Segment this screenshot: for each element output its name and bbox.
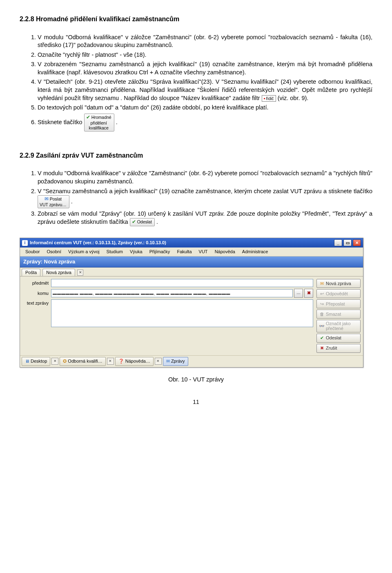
minimize-button[interactable]: _ xyxy=(334,239,342,246)
label-komu: komu xyxy=(22,290,51,297)
textarea-message[interactable] xyxy=(51,299,313,327)
btn-preposlat[interactable]: ↪Přeposlat xyxy=(316,299,361,308)
menu-osobni[interactable]: Osobní xyxy=(44,248,64,255)
menu-fakulta[interactable]: Fakulta xyxy=(174,248,194,255)
figure-caption: Obr. 10 - VUT zprávy xyxy=(20,376,372,384)
submit-send-button[interactable]: ✔Odeslat xyxy=(130,218,155,226)
task-napoveda[interactable]: ❓Nápověda… xyxy=(115,357,154,366)
task-close-2[interactable]: ✕ xyxy=(107,358,114,365)
filter-chip-label: řidič xyxy=(266,96,274,101)
menu-administrace[interactable]: Administrace xyxy=(239,248,271,255)
taskbar: 🖥Desktop ✕ ✪Odborná kvalifi… ✕ ❓Nápověda… xyxy=(20,355,363,367)
input-predmet[interactable] xyxy=(51,279,313,287)
screenshot-vut-zpravy: i Informační centrum VUT (ver.: 0.10.13.… xyxy=(20,238,363,367)
btn-odeslat[interactable]: ✔Odeslat xyxy=(316,334,361,343)
app-icon: i xyxy=(22,240,28,246)
step-229-3a: Zobrazí se vám modul "Zprávy" (obr. 10) … xyxy=(38,210,372,225)
btn-zrusit[interactable]: ✖Zrušit xyxy=(316,344,361,353)
tab-close-button[interactable]: ✕ xyxy=(77,270,83,276)
check-icon: ✔ xyxy=(132,219,136,225)
trash-icon: 🗑 xyxy=(319,311,325,317)
step-228-6b: . xyxy=(116,119,118,125)
send-vut-msg-button[interactable]: ✉Poslat VUT zprávu… xyxy=(38,195,69,208)
row-predmet: předmět xyxy=(22,279,313,287)
menubar: Soubor Osobní Výzkum a vývoj Studium Výu… xyxy=(20,247,363,256)
page-number: 11 xyxy=(20,398,372,406)
btn-nova-zprava[interactable]: ✉Nová zpráva xyxy=(316,279,361,288)
step-228-6: Stisknete tlačítko ✔Hromadné přidělení k… xyxy=(38,114,372,132)
step-228-4: V "Detailech" (obr. 9-21) otevřete zálož… xyxy=(38,78,372,102)
section-heading-228: 2.2.8 Hromadné přidělení kvalifikací zam… xyxy=(20,15,372,24)
step-228-1: V modulu "Odborná kvalifikace" v záložce… xyxy=(38,33,372,49)
cancel-icon: ✖ xyxy=(319,345,325,351)
steps-228: V modulu "Odborná kvalifikace" v záložce… xyxy=(20,33,372,132)
step-228-3: V zobrazeném "Seznamu zaměstnanců a jeji… xyxy=(38,60,372,76)
step-228-4b: (viz. obr. 9). xyxy=(278,95,309,101)
menu-studium[interactable]: Studium xyxy=(104,248,126,255)
menu-prijimacky[interactable]: Přijímačky xyxy=(147,248,173,255)
clear-recipients-button[interactable]: ✖ xyxy=(304,289,313,298)
mail-icon: ✉ xyxy=(166,358,170,364)
step-229-2a: V "Seznamu zaměstnanců a jejich kvalifik… xyxy=(38,188,372,194)
module-header: Zprávy: Nová zpráva xyxy=(20,256,363,268)
step-228-5: Do textových polí "datum od" a "datum do… xyxy=(38,104,372,112)
section-heading-229: 2.2.9 Zasílání zpráv VUT zaměstnancům xyxy=(20,151,372,160)
filter-chip-ridic: •řidič xyxy=(262,95,276,102)
task-zpravy[interactable]: ✉Zprávy xyxy=(163,357,188,366)
btn-odpovedet[interactable]: ↩Odpovědět xyxy=(316,289,361,298)
form-area: předmět komu ▬▬▬▬▬▬ ▬▬▬, ▬▬▬▬ ▬▬▬▬▬▬ ▬▬▬… xyxy=(20,276,363,355)
step-228-6a: Stisknete tlačítko xyxy=(38,119,84,125)
input-komu[interactable]: ▬▬▬▬▬▬ ▬▬▬, ▬▬▬▬ ▬▬▬▬▬▬ ▬▬▬, ▬▬▬ ▬▬▬▬▬ ▬… xyxy=(51,289,293,297)
menu-napoveda[interactable]: Nápověda xyxy=(212,248,238,255)
side-buttons: ✉Nová zpráva ↩Odpovědět ↪Přeposlat 🗑Smaz… xyxy=(316,276,363,355)
pick-recipients-button[interactable]: … xyxy=(294,289,303,298)
desktop-icon: 🖥 xyxy=(25,358,29,364)
filter-clear-icon: • xyxy=(264,96,265,101)
check-icon: ✔ xyxy=(319,335,325,341)
new-icon: ✉ xyxy=(319,281,325,287)
steps-229: V modulu "Odborná kvalifikace" v záložce… xyxy=(20,169,372,226)
menu-soubor[interactable]: Soubor xyxy=(22,248,42,255)
task-close-3[interactable]: ✕ xyxy=(155,358,162,365)
row-komu: komu ▬▬▬▬▬▬ ▬▬▬, ▬▬▬▬ ▬▬▬▬▬▬ ▬▬▬, ▬▬▬ ▬▬… xyxy=(22,289,313,298)
step-229-3b: . xyxy=(156,218,158,225)
close-button[interactable]: ✕ xyxy=(353,239,361,246)
tab-posta[interactable]: Pošta xyxy=(22,269,40,276)
forward-icon: ↪ xyxy=(319,301,325,307)
btn-smazat[interactable]: 🗑Smazat xyxy=(316,310,361,319)
label-predmet: předmět xyxy=(22,280,51,286)
step-229-2b: . xyxy=(71,198,73,205)
step-229-3: Zobrazí se vám modul "Zprávy" (obr. 10) … xyxy=(38,210,372,226)
maximize-button[interactable]: ▭ xyxy=(343,239,352,246)
step-229-2: V "Seznamu zaměstnanců a jejich kvalifik… xyxy=(38,187,372,209)
label-text: text zprávy xyxy=(22,299,51,306)
tabstrip: Pošta Nová zpráva ✕ xyxy=(20,268,363,277)
task-odborna[interactable]: ✪Odborná kvalifi… xyxy=(60,357,105,366)
step-228-2: Označíte "rychlý filtr - platnost" - vše… xyxy=(38,51,372,59)
step-229-1: V modulu "Odborná kvalifikace" v záložce… xyxy=(38,169,372,185)
menu-vyuka[interactable]: Výuka xyxy=(127,248,145,255)
menu-vyzkum[interactable]: Výzkum a vývoj xyxy=(65,248,102,255)
window-titlebar: i Informační centrum VUT (ver.: 0.10.13.… xyxy=(20,238,363,247)
bulk-assign-button[interactable]: ✔Hromadné přidělení kvalifikace xyxy=(84,114,114,132)
check-icon: ✔ xyxy=(86,115,90,120)
mail-icon: ✉ xyxy=(45,196,49,202)
reply-icon: ↩ xyxy=(319,291,325,297)
task-desktop[interactable]: 🖥Desktop xyxy=(22,357,50,366)
tab-nova-zprava[interactable]: Nová zpráva xyxy=(42,269,75,276)
btn-oznacit-prectene[interactable]: 👓 Označit jako přečtené xyxy=(316,320,361,332)
task-close-1[interactable]: ✕ xyxy=(51,358,58,365)
step-228-4a: V "Detailech" (obr. 9-21) otevřete zálož… xyxy=(38,78,372,101)
help-icon: ❓ xyxy=(118,358,124,364)
row-text: text zprávy xyxy=(22,299,313,327)
qualif-icon: ✪ xyxy=(63,358,67,364)
window-title: Informační centrum VUT (ver.: 0.10.13.1)… xyxy=(30,240,166,246)
menu-vut[interactable]: VUT xyxy=(196,248,211,255)
read-icon: 👓 xyxy=(319,323,325,328)
